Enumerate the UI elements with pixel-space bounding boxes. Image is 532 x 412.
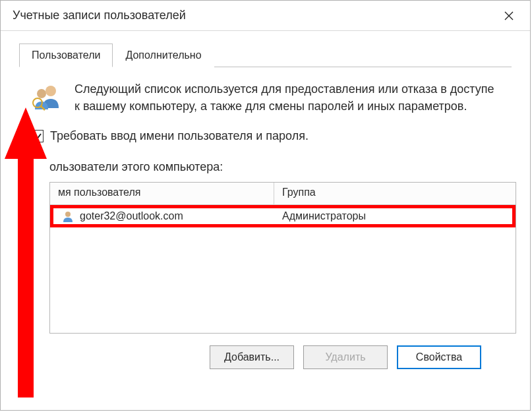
cell-user: goter32@outlook.com bbox=[53, 207, 274, 225]
column-header-user[interactable]: мя пользователя bbox=[50, 183, 274, 205]
info-text: Следующий список используется для предос… bbox=[74, 79, 502, 115]
close-icon bbox=[504, 11, 514, 20]
remove-button: Удалить bbox=[303, 345, 388, 369]
info-row: Следующий список используется для предос… bbox=[28, 79, 502, 116]
require-password-label: Требовать ввод имени пользователя и паро… bbox=[50, 129, 309, 143]
tab-panel-users: Следующий список используется для предос… bbox=[19, 67, 512, 369]
cell-user-text: goter32@outlook.com bbox=[80, 210, 183, 222]
svg-point-1 bbox=[37, 89, 46, 98]
table-header: мя пользователя Группа bbox=[50, 183, 516, 205]
button-row: Добавить... Удалить Свойства bbox=[28, 345, 481, 369]
tab-users[interactable]: Пользователи bbox=[19, 44, 113, 67]
users-list-label: ользователи этого компьютера: bbox=[49, 160, 502, 174]
cell-group-text: Администраторы bbox=[282, 210, 366, 222]
close-button[interactable] bbox=[497, 6, 521, 26]
tab-advanced[interactable]: Дополнительно bbox=[113, 44, 214, 67]
cell-group: Администраторы bbox=[274, 208, 512, 225]
require-password-checkbox[interactable] bbox=[31, 130, 44, 142]
user-accounts-window: Учетные записи пользователей Пользовател… bbox=[0, 0, 531, 411]
table-body: goter32@outlook.com Администраторы bbox=[50, 205, 516, 333]
titlebar: Учетные записи пользователей bbox=[1, 1, 530, 31]
users-table: мя пользователя Группа goter32@outlook.c… bbox=[49, 182, 516, 334]
window-title: Учетные записи пользователей bbox=[13, 9, 186, 22]
tab-strip: Пользователи Дополнительно bbox=[19, 43, 512, 67]
add-button[interactable]: Добавить... bbox=[210, 345, 294, 369]
users-icon bbox=[28, 79, 65, 116]
svg-point-0 bbox=[45, 86, 56, 96]
checkmark-icon bbox=[33, 132, 42, 141]
require-password-row: Требовать ввод имени пользователя и паро… bbox=[31, 129, 502, 143]
user-row-icon bbox=[61, 210, 74, 223]
properties-button[interactable]: Свойства bbox=[397, 345, 481, 369]
column-header-group[interactable]: Группа bbox=[274, 183, 516, 205]
window-content: Пользователи Дополнительно Следующий спи… bbox=[1, 31, 530, 369]
svg-point-4 bbox=[65, 212, 71, 217]
table-row[interactable]: goter32@outlook.com Администраторы bbox=[50, 205, 516, 227]
